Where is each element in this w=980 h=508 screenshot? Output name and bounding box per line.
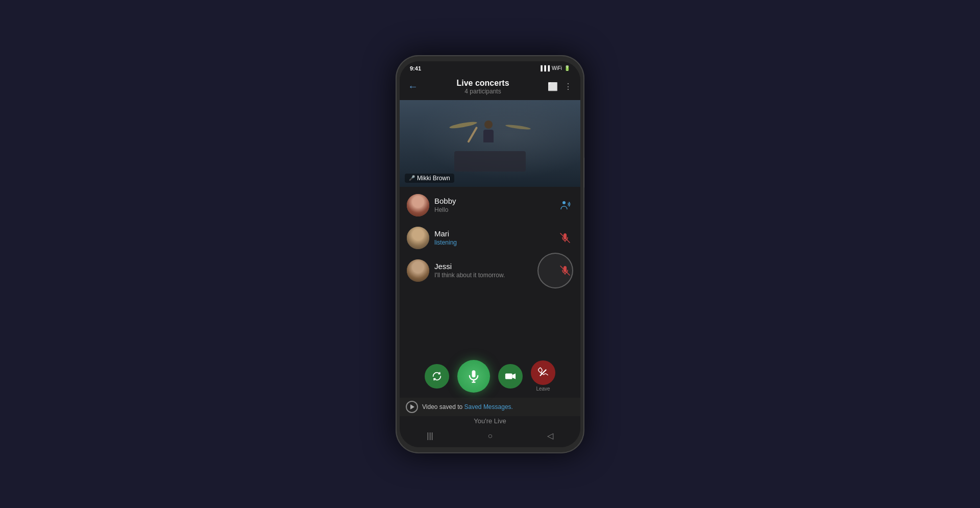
participant-bobby-name: Bobby	[434, 197, 552, 205]
nav-back-icon[interactable]: ◁	[547, 431, 553, 441]
play-icon[interactable]	[406, 401, 418, 413]
phone-screen: 9:41 ▐▐▐ WiFi 🔋 ← Live concerts 4 partic…	[400, 61, 580, 447]
cast-icon[interactable]: ⬜	[548, 82, 558, 91]
participant-jessi-status: I'll think about it tomorrow.	[434, 272, 552, 279]
mute-icon-mari	[559, 232, 571, 244]
avatar-mari-image	[407, 227, 429, 249]
status-time: 9:41	[410, 65, 421, 71]
video-area[interactable]: 🎤 Mikki Brown	[400, 100, 580, 187]
saved-text-prefix: Video saved to	[422, 403, 464, 410]
avatar-bobby-image	[407, 194, 429, 216]
status-icons: ▐▐▐ WiFi 🔋	[539, 65, 570, 71]
phone-device: 9:41 ▐▐▐ WiFi 🔋 ← Live concerts 4 partic…	[396, 55, 584, 453]
wave-icon	[559, 199, 571, 211]
participants-list: Bobby Hello	[400, 187, 580, 356]
participant-mari-info: Mari listening	[434, 229, 552, 246]
participant-jessi-name: Jessi	[434, 262, 552, 271]
avatar-bobby	[407, 194, 429, 216]
participant-bobby-info: Bobby Hello	[434, 197, 552, 213]
svg-rect-8	[505, 373, 512, 379]
more-options-icon[interactable]: ⋮	[564, 82, 572, 91]
presenter-name: Mikki Brown	[417, 175, 450, 182]
rotate-icon	[431, 371, 443, 382]
header-title-group: Live concerts 4 participants	[423, 79, 543, 95]
drum-stick	[467, 126, 478, 142]
camera-button[interactable]	[498, 364, 523, 389]
avatar-jessi-image	[407, 259, 429, 282]
participant-bobby-status: Hello	[434, 206, 552, 213]
leave-button[interactable]	[531, 360, 555, 385]
participant-mari-name: Mari	[434, 229, 552, 238]
phone-body: 9:41 ▐▐▐ WiFi 🔋 ← Live concerts 4 partic…	[396, 55, 584, 453]
drummer-body	[483, 130, 494, 142]
nav-bar: ||| ○ ◁	[400, 427, 580, 447]
participants-count: 4 participants	[423, 88, 543, 95]
presenter-mic-icon: 🎤	[409, 175, 415, 181]
participant-mari[interactable]: Mari listening	[400, 222, 580, 254]
svg-point-0	[562, 201, 566, 204]
youre-live-label: You're Live	[400, 416, 580, 427]
svg-marker-9	[512, 373, 516, 379]
saved-messages-link[interactable]: Saved Messages.	[464, 403, 513, 410]
cymbal-right	[505, 124, 531, 130]
cymbal-left	[449, 120, 478, 129]
avatar-mari	[407, 227, 429, 249]
mic-button[interactable]	[457, 360, 490, 393]
drummer-figure	[481, 120, 496, 146]
avatar-jessi	[407, 259, 429, 282]
drum-kit	[454, 151, 526, 172]
presenter-badge: 🎤 Mikki Brown	[405, 174, 454, 183]
rotate-button[interactable]	[425, 364, 449, 389]
participant-mari-action[interactable]	[557, 230, 573, 246]
saved-bar: Video saved to Saved Messages.	[400, 398, 580, 416]
participant-jessi-action[interactable]	[557, 262, 573, 279]
end-call-icon	[537, 367, 549, 378]
call-title: Live concerts	[423, 79, 543, 88]
nav-menu-icon[interactable]: |||	[427, 431, 433, 441]
leave-label: Leave	[536, 386, 550, 392]
side-button	[584, 157, 584, 188]
signal-icon: ▐▐▐	[539, 65, 550, 71]
nav-home-icon[interactable]: ○	[487, 431, 493, 441]
svg-rect-5	[472, 370, 476, 377]
battery-icon: 🔋	[564, 65, 570, 71]
participant-mari-status: listening	[434, 239, 552, 246]
participant-jessi[interactable]: Jessi I'll think about it tomorrow.	[400, 254, 580, 287]
call-header: ← Live concerts 4 participants ⬜ ⋮	[400, 76, 580, 100]
controls-row: Leave	[400, 360, 580, 396]
drummer-head	[484, 120, 493, 129]
bottom-controls: Leave	[400, 356, 580, 398]
header-actions: ⬜ ⋮	[548, 82, 572, 91]
participant-bobby-action[interactable]	[557, 197, 573, 213]
participant-bobby[interactable]: Bobby Hello	[400, 189, 580, 222]
play-triangle	[410, 404, 414, 409]
mic-icon	[467, 369, 481, 383]
drum-silhouette	[439, 120, 541, 172]
back-button[interactable]: ←	[408, 81, 418, 92]
mute-icon-jessi	[559, 264, 571, 277]
participant-jessi-info: Jessi I'll think about it tomorrow.	[434, 262, 552, 279]
saved-text: Video saved to Saved Messages.	[422, 403, 513, 410]
leave-column: Leave	[531, 360, 555, 392]
camera-icon	[505, 371, 516, 382]
status-bar: 9:41 ▐▐▐ WiFi 🔋	[400, 61, 580, 76]
wifi-icon: WiFi	[552, 65, 562, 71]
